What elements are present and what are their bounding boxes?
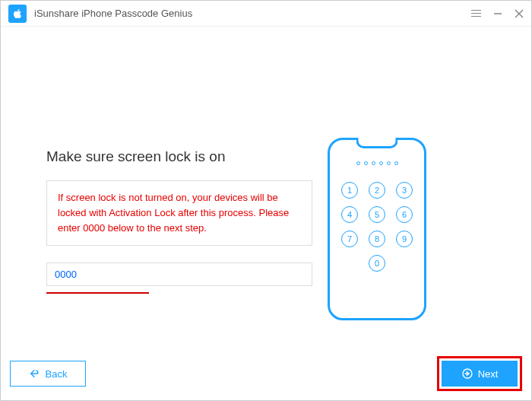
content-area: Make sure screen lock is on If screen lo… xyxy=(1,27,531,400)
phone-notch xyxy=(356,138,398,148)
close-icon[interactable] xyxy=(515,9,524,18)
next-arrow-icon xyxy=(461,368,473,380)
keypad-9: 9 xyxy=(396,231,413,247)
back-arrow-icon xyxy=(29,368,41,380)
window-controls xyxy=(471,9,524,18)
next-button-label: Next xyxy=(478,368,499,380)
next-button-highlight: Next xyxy=(437,356,522,391)
app-logo-icon xyxy=(8,5,27,23)
underline-highlight xyxy=(46,292,149,294)
back-button-label: Back xyxy=(46,368,68,380)
keypad-1: 1 xyxy=(341,182,358,199)
keypad-2: 2 xyxy=(369,182,385,199)
app-title: iSunshare iPhone Passcode Genius xyxy=(34,8,192,19)
back-button[interactable]: Back xyxy=(10,361,86,387)
next-button[interactable]: Next xyxy=(442,361,518,387)
keypad-5: 5 xyxy=(369,206,385,223)
warning-text: If screen lock is not turned on, your de… xyxy=(58,190,301,236)
minimize-icon[interactable] xyxy=(493,9,502,18)
right-pane: 1 2 3 4 5 6 7 8 9 0 xyxy=(328,57,426,355)
menu-icon[interactable] xyxy=(471,10,481,18)
app-window: iSunshare iPhone Passcode Genius Make su… xyxy=(0,0,532,401)
keypad: 1 2 3 4 5 6 7 8 9 0 xyxy=(341,182,413,272)
keypad-3: 3 xyxy=(396,182,413,199)
confirm-code-input[interactable] xyxy=(46,263,312,286)
input-wrapper xyxy=(46,263,312,294)
footer: Back Next xyxy=(1,356,531,391)
keypad-6: 6 xyxy=(396,206,413,223)
phone-illustration: 1 2 3 4 5 6 7 8 9 0 xyxy=(328,138,426,320)
keypad-8: 8 xyxy=(369,231,385,247)
titlebar: iSunshare iPhone Passcode Genius xyxy=(1,1,531,27)
page-heading: Make sure screen lock is on xyxy=(46,148,312,165)
left-pane: Make sure screen lock is on If screen lo… xyxy=(46,57,328,355)
passcode-dots xyxy=(356,161,398,165)
keypad-0: 0 xyxy=(369,255,385,272)
keypad-4: 4 xyxy=(341,206,358,223)
keypad-7: 7 xyxy=(341,231,358,247)
warning-box: If screen lock is not turned on, your de… xyxy=(46,180,312,246)
